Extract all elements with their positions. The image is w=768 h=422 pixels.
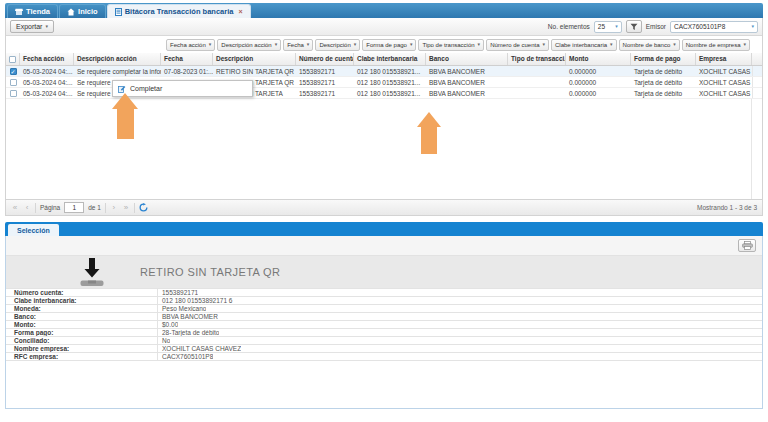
field-value: CACX7605101P8 (158, 353, 213, 360)
field-row: Moneda:Peso Mexicano (6, 305, 762, 313)
print-button[interactable] (738, 239, 756, 252)
cell-tipo-de-transaccion (508, 77, 566, 87)
filter-tipo-de-transaccion[interactable]: Tipo de transacción▾ (418, 39, 484, 51)
col-clabe-interbancaria[interactable]: Clabe interbancaria (354, 53, 426, 65)
app-window: Tienda Inicio Bitácora Transacción banca… (5, 3, 763, 408)
checkbox-icon (10, 79, 17, 86)
scrollbar-gutter (752, 66, 762, 76)
col-fecha-accion[interactable]: Fecha acción (20, 53, 74, 65)
field-value: 1553892171 (158, 289, 198, 296)
emisor-value: CACX7605101P8 (674, 23, 725, 30)
filter-fecha-accion[interactable]: Fecha acción▾ (166, 39, 215, 51)
col-descripcion[interactable]: Descripción (213, 53, 296, 65)
field-label: Clabe interbancaria: (6, 297, 158, 304)
no-elementos-select[interactable]: 25 ▾ (594, 21, 622, 33)
caret-down-icon: ▾ (610, 42, 613, 47)
page-number-input[interactable] (64, 202, 84, 213)
select-all-checkbox[interactable] (6, 53, 20, 65)
field-label: Banco: (6, 313, 158, 320)
col-tipo-de-transaccion[interactable]: Tipo de transacci... (508, 53, 566, 65)
filter-nombre-de-empresa[interactable]: Nombre de empresa▾ (682, 39, 750, 51)
tab-bitacora-transaccion-bancaria[interactable]: Bitácora Transacción bancaria × (107, 4, 251, 18)
pagination-bar: « ‹ Página de 1 › » Mostrando 1 - 3 de 3 (6, 199, 762, 215)
col-numero-de-cuenta[interactable]: Número de cuenta (296, 53, 354, 65)
tab-inicio[interactable]: Inicio (59, 4, 106, 18)
filter-fecha[interactable]: Fecha▾ (283, 39, 313, 51)
arrow-shaft (421, 127, 437, 154)
scrollbar-gutter (752, 53, 762, 65)
filter-label: Tipo de transacción (422, 42, 474, 48)
close-tab-icon[interactable]: × (238, 8, 242, 15)
edit-pencil-icon (118, 85, 126, 93)
refresh-button[interactable] (139, 203, 148, 212)
tab-tienda[interactable]: Tienda (7, 4, 58, 18)
caret-down-icon: ▾ (275, 42, 278, 47)
field-label: Forma pago: (6, 329, 158, 336)
cell-monto: 0.000000 (566, 77, 631, 87)
col-forma-de-pago[interactable]: Forma de pago (631, 53, 696, 65)
prev-page-button[interactable]: ‹ (23, 203, 31, 212)
field-row: Clabe interbancaria:012 180 01553892171 … (6, 297, 762, 305)
caret-down-icon: ▾ (410, 42, 413, 47)
row-checkbox[interactable]: ✓ (6, 66, 20, 76)
last-page-button[interactable]: » (122, 203, 130, 212)
cell-descripcion-accion: Se requiere completar la informaci... (74, 66, 161, 76)
cell-empresa: XOCHILT CASAS C... (696, 77, 752, 87)
cell-fecha-accion: 05-03-2024 04:... (20, 88, 74, 98)
tab-seleccion[interactable]: Selección (8, 224, 59, 236)
filter-label: Clabe interbancaria (555, 42, 607, 48)
cell-banco: BBVA BANCOMER (426, 88, 508, 98)
filter-clabe-interbancaria[interactable]: Clabe interbancaria▾ (551, 39, 617, 51)
row-checkbox[interactable] (6, 88, 20, 98)
selection-tab-bar: Selección (5, 222, 763, 236)
filter-label: Forma de pago (366, 42, 407, 48)
cell-fecha-accion: 05-03-2024 04:... (20, 66, 74, 76)
apply-filter-button[interactable] (626, 20, 642, 33)
completar-menu-item[interactable]: Completar (130, 85, 162, 92)
col-banco[interactable]: Banco (426, 53, 508, 65)
filter-descripcion[interactable]: Descripción▾ (315, 39, 360, 51)
field-value: No (158, 337, 170, 344)
grid-toolbar: Exportar ▾ No. elementos 25 ▾ Emisor CAC… (6, 18, 762, 36)
field-row: Banco:BBVA BANCOMER (6, 313, 762, 321)
col-empresa[interactable]: Empresa (696, 53, 752, 65)
row-checkbox[interactable] (6, 77, 20, 87)
field-row: Nombre empresa:XOCHILT CASAS CHAVEZ (6, 345, 762, 353)
caret-down-icon: ▾ (209, 42, 212, 47)
col-descripcion-accion[interactable]: Descripción acción (74, 53, 161, 65)
exportar-button[interactable]: Exportar ▾ (10, 20, 54, 33)
checkbox-icon (9, 56, 16, 63)
cell-forma-de-pago: Tarjeta de débito (631, 77, 696, 87)
tab-label: Bitácora Transacción bancaria (125, 7, 234, 16)
tab-label: Tienda (26, 7, 50, 16)
main-tab-bar: Tienda Inicio Bitácora Transacción banca… (5, 3, 763, 18)
arrow-shaft (117, 109, 134, 139)
field-label: Nombre empresa: (6, 345, 158, 352)
caret-down-icon: ▾ (615, 24, 618, 29)
col-fecha[interactable]: Fecha (161, 53, 213, 65)
field-row: Número cuenta:1553892171 (6, 289, 762, 297)
showing-count-label: Mostrando 1 - 3 de 3 (697, 204, 757, 211)
caret-down-icon: ▾ (478, 42, 481, 47)
filter-nombre-de-banco[interactable]: Nombre de banco▾ (619, 39, 680, 51)
field-row: RFC empresa:CACX7605101P8 (6, 353, 762, 361)
filter-label: Descripción (319, 42, 350, 48)
filter-numero-de-cuenta[interactable]: Número de cuenta▾ (486, 39, 549, 51)
filter-descripcion-accion[interactable]: Descripción acción▾ (217, 39, 281, 51)
caret-down-icon: ▾ (307, 42, 310, 47)
cell-numero-de-cuenta: 1553892171 (296, 66, 354, 76)
emisor-select[interactable]: CACX7605101P8 ▾ (670, 21, 758, 33)
caret-down-icon: ▾ (673, 42, 676, 47)
filter-label: Fecha acción (170, 42, 206, 48)
no-elementos-label: No. elementos (548, 23, 590, 30)
exportar-label: Exportar (16, 23, 42, 30)
cell-empresa: XOCHILT CASAS C... (696, 66, 752, 76)
cell-fecha: 07-08-2023 01:... (161, 66, 213, 76)
first-page-button[interactable]: « (11, 203, 19, 212)
col-monto[interactable]: Monto (566, 53, 631, 65)
filter-forma-de-pago[interactable]: Forma de pago▾ (362, 39, 416, 51)
caret-down-icon: ▾ (45, 24, 48, 29)
table-row[interactable]: ✓ 05-03-2024 04:... Se requiere completa… (6, 66, 762, 77)
detail-title: RETIRO SIN TARJETA QR (140, 266, 280, 278)
next-page-button[interactable]: › (110, 203, 118, 212)
